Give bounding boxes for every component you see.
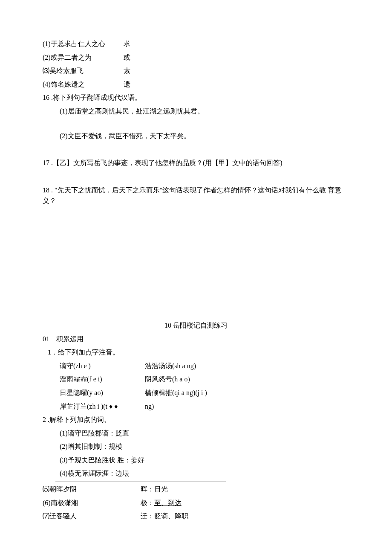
question-16-2: (2)文臣不爱钱，武臣不惜死，天下太平矣。 bbox=[43, 131, 349, 142]
tbl-6-right: 极：至、到达 bbox=[141, 497, 182, 509]
pinyin-row-1: 谪守(zh e ) 浩浩汤汤(sh a ng) bbox=[43, 360, 349, 372]
pinyin-4-left: 岸芷汀兰(zh i )(t ♦ ♦ bbox=[60, 401, 145, 412]
table-row-7: ⑺迁客骚人 迁：贬谪、降职 bbox=[43, 511, 349, 522]
item-4: (4)饰名姝遗之 遗 bbox=[43, 79, 349, 90]
tbl-6-label: 极： bbox=[141, 499, 154, 506]
item-2-right: 或 bbox=[124, 52, 130, 63]
question-1: 1．给下列加点字注音。 bbox=[43, 347, 349, 358]
pinyin-2-right: 阴风怒号(h a o) bbox=[145, 374, 190, 385]
item-1: (1)于总求占仁人之心 求 bbox=[43, 38, 349, 49]
tbl-7-left: ⑺迁客骚人 bbox=[43, 511, 141, 522]
pinyin-3-left: 日星隐曜(y ao) bbox=[60, 387, 145, 398]
def-1: (1)谪守巴陵郡谪：贬直 bbox=[43, 428, 349, 439]
item-3-left: ⑶吴玲素服飞 bbox=[43, 65, 124, 76]
pinyin-row-2: 淫雨霏霏(f e i) 阴风怒号(h a o) bbox=[43, 374, 349, 385]
item-2-left: (2)或异二者之为 bbox=[43, 52, 124, 63]
item-3: ⑶吴玲素服飞 素 bbox=[43, 65, 349, 76]
tbl-5-left: ⑸朝晖夕阴 bbox=[43, 484, 141, 495]
pinyin-4-right: ng) bbox=[145, 401, 154, 412]
pinyin-row-4: 岸芷汀兰(zh i )(t ♦ ♦ ng) bbox=[43, 401, 349, 412]
pinyin-row-3: 日星隐曜(y ao) 樯倾楫摧(qi a ng)(j i ) bbox=[43, 387, 349, 398]
tbl-7-label: 迁： bbox=[141, 512, 154, 520]
question-17: 17 .【乙】文所写岳飞的事迹，表现了他怎样的品质？(用【甲】文中的语句回答) bbox=[43, 157, 349, 169]
item-2: (2)或异二者之为 或 bbox=[43, 52, 349, 63]
table-row-5: ⑸朝晖夕阴 晖：日光 bbox=[43, 484, 349, 495]
tbl-5-answer: 日光 bbox=[154, 485, 168, 493]
tbl-7-answer: 贬谪、降职 bbox=[154, 512, 188, 520]
question-16: 16 .将下列句子翻译成现代汉语。 bbox=[43, 92, 349, 103]
def-4: (4)横无际涯际涯：边坛 bbox=[43, 468, 349, 479]
section-01: 01 积累运用 bbox=[43, 334, 349, 345]
tbl-5-label: 晖： bbox=[141, 485, 154, 493]
worksheet-title: 10 岳阳楼记自测练习 bbox=[43, 320, 349, 331]
item-3-right: 素 bbox=[124, 65, 130, 76]
item-1-right: 求 bbox=[124, 38, 130, 49]
tbl-6-left: (6)南极潇湘 bbox=[43, 497, 141, 509]
item-4-right: 遗 bbox=[124, 79, 130, 90]
tbl-6-answer: 至、到达 bbox=[154, 499, 182, 506]
question-18: 18 . "先天下之忧而忧，后天下之乐而乐"这句话表现了作者怎样的情怀？这句话对… bbox=[43, 185, 349, 206]
def-2: (2)增其旧制制：规模 bbox=[43, 441, 349, 452]
divider bbox=[55, 482, 226, 482]
def-3: (3)予观夫巴陵胜状 胜：姜好 bbox=[43, 455, 349, 466]
question-16-1: (1)居庙堂之高则忧其民，处江湖之远则忧其君。 bbox=[43, 106, 349, 117]
pinyin-1-left: 谪守(zh e ) bbox=[60, 360, 145, 372]
tbl-7-right: 迁：贬谪、降职 bbox=[141, 511, 188, 522]
table-row-6: (6)南极潇湘 极：至、到达 bbox=[43, 497, 349, 509]
pinyin-1-right: 浩浩汤汤(sh a ng) bbox=[145, 360, 196, 372]
pinyin-3-right: 樯倾楫摧(qi a ng)(j i ) bbox=[145, 387, 207, 398]
item-1-left: (1)于总求占仁人之心 bbox=[43, 38, 124, 49]
question-2: 2 .解释下列加点的词。 bbox=[43, 414, 349, 425]
tbl-5-right: 晖：日光 bbox=[141, 484, 168, 495]
item-4-left: (4)饰名姝遗之 bbox=[43, 79, 124, 90]
pinyin-2-left: 淫雨霏霏(f e i) bbox=[60, 374, 145, 385]
